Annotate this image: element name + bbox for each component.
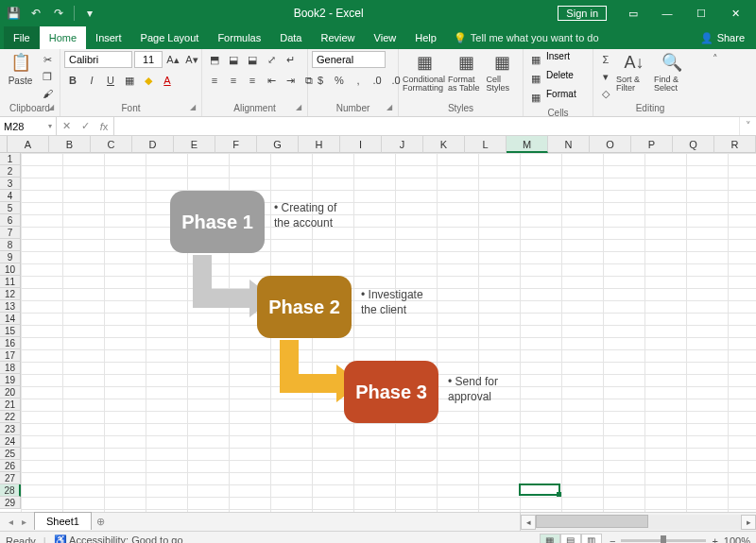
column-header[interactable]: B: [49, 136, 91, 153]
enter-formula-icon[interactable]: ✓: [76, 120, 94, 132]
orientation-icon[interactable]: ⤢: [263, 51, 280, 68]
zoom-level[interactable]: 100%: [724, 535, 750, 544]
align-middle-icon[interactable]: ⬓: [225, 51, 242, 68]
cut-icon[interactable]: ✂: [39, 51, 56, 68]
bold-icon[interactable]: B: [64, 72, 81, 89]
tab-scroll-last-icon[interactable]: ▸: [17, 517, 30, 527]
share-button[interactable]: 👤 Share: [689, 26, 756, 49]
tab-data[interactable]: Data: [270, 26, 311, 49]
column-header[interactable]: N: [548, 136, 590, 153]
tab-page-layout[interactable]: Page Layout: [131, 26, 209, 49]
find-select-button[interactable]: 🔍Find & Select: [654, 51, 690, 93]
fx-icon[interactable]: fx: [94, 121, 113, 132]
ribbon-options-icon[interactable]: ▭: [616, 4, 650, 23]
column-header[interactable]: Q: [673, 136, 714, 153]
dialog-launcher-icon[interactable]: ◢: [190, 103, 196, 111]
row-header[interactable]: 11: [0, 276, 21, 288]
row-header[interactable]: 18: [0, 362, 21, 374]
row-header[interactable]: 24: [0, 435, 21, 448]
font-color-icon[interactable]: A: [159, 72, 176, 89]
scroll-thumb[interactable]: [536, 515, 648, 528]
horizontal-scrollbar[interactable]: ◂ ▸: [520, 513, 756, 531]
select-all-corner[interactable]: [0, 136, 8, 153]
increase-decimal-icon[interactable]: .0: [369, 72, 386, 89]
copy-icon[interactable]: ❐: [39, 68, 56, 85]
row-header[interactable]: 21: [0, 399, 21, 411]
increase-indent-icon[interactable]: ⇥: [282, 72, 299, 89]
tab-formulas[interactable]: Formulas: [208, 26, 270, 49]
font-size-combo[interactable]: [134, 51, 163, 68]
phase1-box[interactable]: Phase 1: [170, 191, 265, 253]
tab-scroll-first-icon[interactable]: ◂: [4, 517, 17, 527]
conditional-formatting-button[interactable]: ▦Conditional Formatting: [403, 51, 446, 93]
font-name-combo[interactable]: [64, 51, 132, 68]
tab-insert[interactable]: Insert: [86, 26, 131, 49]
collapse-ribbon-icon[interactable]: ˄: [707, 49, 724, 116]
column-header[interactable]: O: [590, 136, 631, 153]
row-header[interactable]: 9: [0, 251, 21, 263]
format-as-table-button[interactable]: ▦Format as Table: [448, 51, 484, 93]
italic-icon[interactable]: I: [83, 72, 100, 89]
formula-bar[interactable]: [114, 117, 739, 135]
format-painter-icon[interactable]: 🖌: [39, 85, 56, 102]
tell-me-search[interactable]: 💡 Tell me what you want to do: [446, 26, 607, 49]
column-header[interactable]: D: [132, 136, 174, 153]
borders-icon[interactable]: ▦: [121, 72, 138, 89]
cancel-formula-icon[interactable]: ✕: [57, 120, 76, 132]
dialog-launcher-icon[interactable]: ◢: [48, 103, 54, 111]
tab-file[interactable]: File: [4, 26, 40, 49]
normal-view-icon[interactable]: ▦: [540, 534, 560, 544]
column-header[interactable]: H: [299, 136, 340, 153]
paste-button[interactable]: 📋 Paste: [4, 51, 37, 86]
column-header[interactable]: K: [423, 136, 465, 153]
name-box[interactable]: M28▾: [0, 117, 57, 135]
minimize-icon[interactable]: —: [650, 4, 684, 23]
column-header[interactable]: M: [507, 136, 548, 153]
column-header[interactable]: A: [8, 136, 49, 153]
close-icon[interactable]: ✕: [718, 4, 752, 23]
scroll-left-icon[interactable]: ◂: [521, 515, 536, 530]
column-header[interactable]: I: [340, 136, 382, 153]
align-left-icon[interactable]: ≡: [206, 72, 223, 89]
align-bottom-icon[interactable]: ⬓: [244, 51, 261, 68]
qat-customize-icon[interactable]: ▾: [80, 4, 99, 23]
insert-cells-icon[interactable]: ▦: [527, 51, 544, 68]
row-header[interactable]: 16: [0, 337, 21, 349]
zoom-slider[interactable]: [621, 539, 706, 542]
row-header[interactable]: 19: [0, 374, 21, 386]
row-header[interactable]: 20: [0, 386, 21, 399]
tab-help[interactable]: Help: [405, 26, 446, 49]
row-header[interactable]: 22: [0, 411, 21, 423]
align-center-icon[interactable]: ≡: [225, 72, 242, 89]
sort-filter-button[interactable]: A↓Sort & Filter: [616, 51, 652, 93]
row-header[interactable]: 28: [0, 484, 21, 497]
format-cells-icon[interactable]: ▦: [527, 89, 544, 106]
dialog-launcher-icon[interactable]: ◢: [387, 103, 392, 111]
row-header[interactable]: 23: [0, 423, 21, 435]
row-header[interactable]: 14: [0, 313, 21, 325]
column-header[interactable]: C: [91, 136, 132, 153]
fill-color-icon[interactable]: ◆: [140, 72, 157, 89]
row-header[interactable]: 6: [0, 214, 21, 227]
wrap-text-icon[interactable]: ↵: [282, 51, 299, 68]
sign-in-button[interactable]: Sign in: [558, 6, 607, 21]
comma-format-icon[interactable]: ,: [350, 72, 367, 89]
expand-formula-bar-icon[interactable]: ˅: [739, 117, 756, 135]
shrink-font-icon[interactable]: A▾: [183, 51, 200, 68]
align-right-icon[interactable]: ≡: [244, 72, 261, 89]
tab-home[interactable]: Home: [40, 26, 86, 49]
row-header[interactable]: 1: [0, 153, 21, 165]
zoom-in-icon[interactable]: +: [712, 535, 717, 544]
row-header[interactable]: 4: [0, 190, 21, 202]
column-header[interactable]: L: [465, 136, 507, 153]
row-header[interactable]: 26: [0, 460, 21, 472]
number-format-combo[interactable]: [312, 51, 386, 68]
align-top-icon[interactable]: ⬒: [206, 51, 223, 68]
tab-review[interactable]: Review: [311, 26, 364, 49]
autosum-icon[interactable]: Σ: [597, 51, 614, 68]
row-header[interactable]: 12: [0, 288, 21, 300]
delete-cells-icon[interactable]: ▦: [527, 70, 544, 87]
row-header[interactable]: 10: [0, 263, 21, 276]
dialog-launcher-icon[interactable]: ◢: [296, 103, 301, 111]
sheet-tab-sheet1[interactable]: Sheet1: [34, 512, 92, 530]
